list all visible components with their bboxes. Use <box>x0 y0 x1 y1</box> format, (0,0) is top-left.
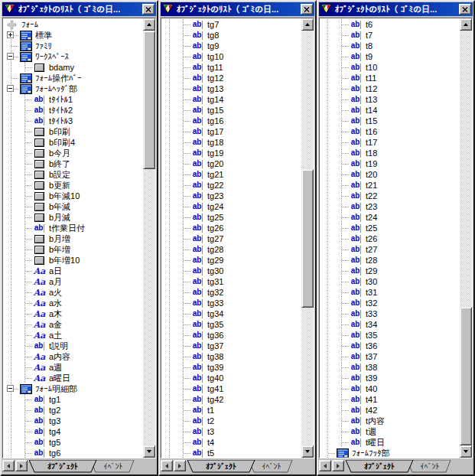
tree-item[interactable]: abt12 <box>321 83 460 94</box>
tree-item[interactable]: abt13 <box>321 94 460 105</box>
tab-scroll-right-button[interactable] <box>174 460 186 471</box>
vertical-scrollbar[interactable] <box>143 18 155 458</box>
tree-item[interactable]: Aaa月 <box>5 276 143 287</box>
tree-item[interactable]: abt19 <box>321 158 460 169</box>
tab-scroll-right-button[interactable] <box>15 460 28 471</box>
tab-objects-label[interactable]: ｵﾌﾞｼﾞｪｸﾄ <box>206 462 236 471</box>
tree-item[interactable]: abt25 <box>321 223 460 233</box>
vertical-scrollbar[interactable] <box>301 18 314 458</box>
tab-objects-label[interactable]: ｵﾌﾞｼﾞｪｸﾄ <box>364 462 395 471</box>
tree-item[interactable]: abt内容 <box>321 416 460 426</box>
tree-expander[interactable] <box>7 85 14 92</box>
tree-item[interactable]: abt1 <box>163 405 301 416</box>
tree-item[interactable]: abtg24 <box>163 201 301 212</box>
tree-item[interactable]: abt27 <box>321 244 460 255</box>
tree-item[interactable]: abtg9 <box>163 41 301 51</box>
object-tree[interactable]: abt6abt7abt8abt9abt10abt11abt12abt13abt1… <box>320 18 460 458</box>
tree-item[interactable]: abt18 <box>321 148 460 158</box>
tree-item[interactable]: abtg6 <box>5 448 143 458</box>
scrollbar-thumb[interactable] <box>143 31 155 169</box>
tree-item[interactable]: abt23 <box>321 201 460 212</box>
tree-item[interactable]: abtg31 <box>163 276 301 287</box>
tree-item[interactable]: abtg11 <box>163 62 301 73</box>
tree-item[interactable]: b印刷4 <box>5 137 143 148</box>
tree-item[interactable]: abtg15 <box>163 105 301 116</box>
tree-expander[interactable] <box>7 31 14 38</box>
tree-item[interactable]: abtg40 <box>163 373 301 383</box>
tree-item[interactable]: abtg7 <box>163 19 301 30</box>
tree-item[interactable]: abt40 <box>321 383 460 394</box>
tree-item[interactable]: Aaa水 <box>5 298 143 308</box>
tree-item[interactable]: abtﾀｲﾄﾙ1 <box>5 94 143 105</box>
scrollbar-thumb[interactable] <box>460 307 472 445</box>
tree-item[interactable]: abt31 <box>321 287 460 298</box>
tree-item[interactable]: abtg4 <box>5 426 143 437</box>
tree-item[interactable]: abtg16 <box>163 116 301 126</box>
close-button[interactable] <box>301 4 313 15</box>
tree-item[interactable]: abtg20 <box>163 158 301 169</box>
tree-item[interactable]: abt9 <box>321 51 460 62</box>
tree-item[interactable]: abtﾀｲﾄﾙ3 <box>5 116 143 126</box>
scroll-down-button[interactable] <box>460 445 472 458</box>
tree-item[interactable]: abt週 <box>321 426 460 437</box>
tree-item[interactable]: abtﾀｲﾄﾙ2 <box>5 105 143 116</box>
tree-item[interactable]: abtg19 <box>163 148 301 158</box>
tree-item[interactable]: abt5 <box>163 448 301 458</box>
tree-item[interactable]: abt8 <box>321 41 460 51</box>
titlebar[interactable]: ｵﾌﾞｼﾞｪｸﾄのﾘｽﾄ（ ｺﾞﾐの日... <box>161 2 314 16</box>
tree-item[interactable]: abtg39 <box>163 362 301 373</box>
tree-item[interactable]: bdamy <box>5 62 143 73</box>
scroll-up-button[interactable] <box>460 18 472 31</box>
tree-item[interactable]: abtg34 <box>163 308 301 319</box>
tree-item[interactable]: abt20 <box>321 169 460 180</box>
tree-item[interactable]: b年増 <box>5 244 143 255</box>
tree-expander[interactable] <box>7 53 14 60</box>
tree-item[interactable]: ﾌｫｰﾑ操作ﾊﾞｰ <box>5 73 143 83</box>
tree-item[interactable]: abtg25 <box>163 212 301 223</box>
tab-events-label[interactable]: ｲﾍﾞﾝﾄ <box>421 462 440 471</box>
tree-item[interactable]: abt4 <box>163 437 301 448</box>
tab-scroll-left-button[interactable] <box>161 460 173 471</box>
tree-item[interactable]: abt38 <box>321 362 460 373</box>
tree-item[interactable]: abt21 <box>321 180 460 191</box>
tree-item[interactable]: abt29 <box>321 266 460 276</box>
tree-item[interactable]: b月減 <box>5 212 143 223</box>
tree-item[interactable]: abt2 <box>163 416 301 426</box>
tree-item[interactable]: abt26 <box>321 233 460 244</box>
tree-item[interactable]: abt35 <box>321 330 460 341</box>
tree-item[interactable]: abtg5 <box>5 437 143 448</box>
tree-item[interactable]: Aaa火 <box>5 287 143 298</box>
tree-item[interactable]: b終了 <box>5 158 143 169</box>
tab-scroll-left-button[interactable] <box>2 460 15 471</box>
tree-item[interactable]: ﾌｫｰﾑ明細部 <box>5 383 143 394</box>
tree-item[interactable]: Aaa曜日 <box>5 373 143 383</box>
tree-item[interactable]: b年増10 <box>5 255 143 266</box>
tree-item[interactable]: abtg26 <box>163 223 301 233</box>
tree-item[interactable]: abtg21 <box>163 169 301 180</box>
tree-item[interactable]: abt16 <box>321 126 460 137</box>
tree-item[interactable]: Aaa土 <box>5 330 143 341</box>
tree-item[interactable]: abtg42 <box>163 394 301 405</box>
tree-item[interactable]: 標準 <box>5 30 143 41</box>
tree-item[interactable]: b年減 <box>5 201 143 212</box>
scroll-up-button[interactable] <box>143 18 155 31</box>
tree-item[interactable]: abt7 <box>321 30 460 41</box>
tree-item[interactable]: abtg38 <box>163 351 301 362</box>
tab-events-label[interactable]: ｲﾍﾞﾝﾄ <box>104 462 123 471</box>
tree-item[interactable]: abt17 <box>321 137 460 148</box>
tab-objects-label[interactable]: ｵﾌﾞｼﾞｪｸﾄ <box>47 462 78 471</box>
tree-item[interactable]: b月増 <box>5 233 143 244</box>
tree-item[interactable]: ﾌｫｰﾑﾌｯﾀ部 <box>321 448 460 458</box>
tree-item[interactable]: abt28 <box>321 255 460 266</box>
vertical-scrollbar[interactable] <box>460 18 472 458</box>
tab-scroll-left-button[interactable] <box>319 460 331 471</box>
tree-item[interactable]: abtg29 <box>163 255 301 266</box>
tree-item[interactable]: abt曜日 <box>321 437 460 448</box>
tree-item[interactable]: Aaa内容 <box>5 351 143 362</box>
tree-item[interactable]: abtg41 <box>163 383 301 394</box>
tree-item[interactable]: abt36 <box>321 341 460 351</box>
tree-item[interactable]: abtg8 <box>163 30 301 41</box>
object-tree[interactable]: abtg7abtg8abtg9abtg10abtg11abtg12abtg13a… <box>161 18 301 458</box>
tree-item[interactable]: abt33 <box>321 308 460 319</box>
tab-scroll-right-button[interactable] <box>332 460 344 471</box>
